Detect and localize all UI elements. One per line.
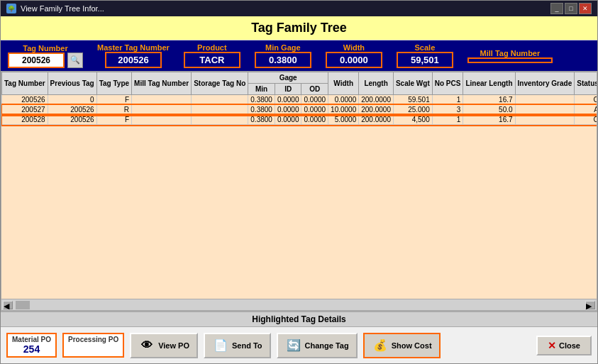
cell-length: 200.0000	[359, 115, 394, 125]
table-row[interactable]: 200527 200526 R 0.3800 0.0000 0.0000 10.…	[2, 105, 597, 115]
send-to-label: Send To	[232, 341, 262, 350]
cell-scale-wgt: 4,500	[393, 115, 432, 125]
cell-tag-type: F	[96, 115, 131, 125]
cell-gage-min: 0.3800	[248, 105, 275, 115]
title-bar-left: 🌳 View Family Tree Infor...	[6, 4, 104, 13]
cell-mill-tag	[132, 105, 192, 115]
col-gage-group: Gage	[248, 72, 328, 84]
tag-number-search-button[interactable]: 🔍	[67, 53, 83, 68]
cell-inv-grade	[515, 115, 575, 125]
col-tag-type: Tag Type	[96, 72, 131, 95]
close-label: Close	[559, 341, 580, 350]
close-icon: ✕	[548, 340, 556, 351]
min-gage-label: Min Gage	[265, 43, 301, 52]
col-gage-min: Min	[248, 84, 275, 95]
col-prev-tag: Previous Tag	[48, 72, 96, 95]
show-cost-label: Show Cost	[392, 341, 432, 350]
product-group: Product TACR	[184, 43, 240, 68]
change-tag-button[interactable]: 🔄 Change Tag	[277, 333, 358, 358]
table-row[interactable]: 200528 200526 F 0.3800 0.0000 0.0000 5.0…	[2, 115, 597, 125]
product-label: Product	[197, 43, 227, 52]
app-icon: 🌳	[6, 4, 16, 13]
master-tag-group: Master Tag Number 200526	[97, 43, 170, 68]
tag-number-label: Tag Number	[23, 44, 67, 53]
col-tag-number: Tag Number	[2, 72, 48, 95]
title-bar: 🌳 View Family Tree Infor... _ □ ✕	[1, 1, 597, 16]
cell-gage-id: 0.0000	[275, 105, 301, 115]
cell-width: 0.0000	[328, 95, 359, 105]
cell-gage-id: 0.0000	[275, 115, 301, 125]
cell-no-pcs: 1	[432, 115, 463, 125]
scroll-right-button[interactable]: ▶	[585, 301, 595, 309]
cell-gage-id: 0.0000	[275, 95, 301, 105]
col-linear-len: Linear Length	[463, 72, 515, 95]
cell-inv-grade	[515, 105, 575, 115]
processing-po-label: Processing PO	[68, 336, 118, 343]
min-gage-group: Min Gage 0.3800	[255, 43, 311, 68]
view-po-icon: 👁	[138, 337, 155, 354]
cell-gage-min: 0.3800	[248, 95, 275, 105]
table-container[interactable]: Tag Number Previous Tag Tag Type Mill Ta…	[1, 72, 597, 299]
tag-number-group: Tag Number 🔍	[8, 44, 83, 68]
bottom-bar: Material PO 254 Processing PO 👁 View PO …	[1, 326, 597, 363]
close-window-button[interactable]: ✕	[579, 3, 592, 14]
cell-no-pcs: 1	[432, 95, 463, 105]
cell-gage-od: 0.0000	[301, 115, 328, 125]
master-tag-value: 200526	[105, 52, 162, 68]
width-label: Width	[343, 43, 365, 52]
cell-gage-min: 0.3800	[248, 115, 275, 125]
mill-tag-group: Mill Tag Number	[467, 49, 553, 63]
maximize-button[interactable]: □	[565, 3, 577, 14]
show-cost-button[interactable]: 💰 Show Cost	[363, 333, 441, 358]
horizontal-scrollbar[interactable]: ◀ ▶	[1, 299, 597, 310]
cell-linear-len: 16.7	[463, 115, 515, 125]
view-po-label: View PO	[158, 341, 189, 350]
cell-status: C	[575, 95, 597, 105]
cell-gage-od: 0.0000	[301, 95, 328, 105]
min-gage-value: 0.3800	[255, 52, 311, 68]
col-width: Width	[328, 72, 359, 95]
cell-scale-wgt: 25.000	[393, 105, 432, 115]
table-header-row-1: Tag Number Previous Tag Tag Type Mill Ta…	[2, 72, 597, 84]
cell-mill-tag	[132, 95, 192, 105]
material-po-value: 254	[12, 343, 51, 355]
close-button[interactable]: ✕ Close	[536, 336, 592, 355]
cell-storage-tag	[192, 115, 248, 125]
cell-status: A	[575, 105, 597, 115]
col-mill-tag: Mill Tag Number	[132, 72, 192, 95]
cell-storage-tag	[192, 105, 248, 115]
col-length: Length	[359, 72, 394, 95]
highlighted-details-title: Highlighted Tag Details	[1, 311, 597, 326]
scale-group: Scale 59,501	[397, 43, 453, 68]
width-group: Width 0.0000	[326, 43, 382, 68]
cell-prev-tag: 0	[48, 95, 96, 105]
view-po-button[interactable]: 👁 View PO	[130, 333, 198, 358]
cell-linear-len: 50.0	[463, 105, 515, 115]
col-inv-grade: Inventory Grade	[515, 72, 575, 95]
cell-tag-type: R	[96, 105, 131, 115]
width-value: 0.0000	[326, 52, 382, 68]
send-to-icon: 📄	[212, 337, 229, 354]
send-to-button[interactable]: 📄 Send To	[204, 333, 271, 358]
tag-number-input[interactable]	[8, 53, 65, 68]
show-cost-icon: 💰	[372, 337, 389, 354]
processing-po-value	[68, 343, 118, 355]
cell-storage-tag	[192, 95, 248, 105]
cell-width: 10.0000	[328, 105, 359, 115]
col-gage-od: OD	[301, 84, 328, 95]
cell-length: 200.0000	[359, 95, 394, 105]
cell-prev-tag: 200526	[48, 105, 96, 115]
product-value: TACR	[184, 52, 240, 68]
change-tag-icon: 🔄	[285, 337, 302, 354]
scale-value: 59,501	[397, 52, 453, 68]
table-body: 200526 0 F 0.3800 0.0000 0.0000 0.0000 2…	[2, 95, 597, 125]
col-storage-tag: Storage Tag No	[192, 72, 248, 95]
material-po-label: Material PO	[12, 336, 51, 343]
page-title: Tag Family Tree	[1, 16, 597, 40]
data-table: Tag Number Previous Tag Tag Type Mill Ta…	[1, 72, 597, 125]
table-row[interactable]: 200526 0 F 0.3800 0.0000 0.0000 0.0000 2…	[2, 95, 597, 105]
scroll-left-button[interactable]: ◀	[3, 301, 13, 309]
scrollbar-thumb[interactable]	[16, 301, 30, 309]
tag-number-input-row: 🔍	[8, 53, 83, 68]
minimize-button[interactable]: _	[550, 3, 563, 14]
